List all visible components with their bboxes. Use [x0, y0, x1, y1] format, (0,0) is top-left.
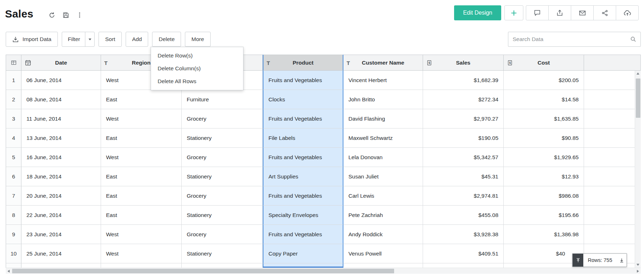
scroll-to-bottom-button[interactable]	[617, 254, 627, 267]
cell-sales[interactable]: $455.08	[423, 206, 504, 225]
cell-cost[interactable]: $195.66	[504, 206, 584, 225]
cell-sales[interactable]: $5,342.57	[423, 148, 504, 167]
edit-design-button[interactable]: Edit Design	[454, 5, 501, 20]
cell-cost[interactable]: $90.85	[504, 128, 584, 148]
cell-date[interactable]: 08 June, 2014	[21, 90, 101, 109]
row-number[interactable]: 2	[6, 90, 21, 109]
select-all-cell[interactable]	[6, 55, 21, 71]
cell-region[interactable]: West	[101, 148, 182, 167]
cell-product[interactable]: Clocks	[263, 90, 343, 109]
cell-product[interactable]: Fruits and Vegetables	[263, 148, 343, 167]
cell-product[interactable]: File Labels	[263, 128, 343, 148]
cell-product[interactable]: Art Supplies	[263, 167, 343, 186]
column-header-product[interactable]: T Product	[263, 55, 343, 71]
row-number[interactable]: 7	[6, 186, 21, 206]
cell-cost[interactable]: $14.58	[504, 90, 584, 109]
menu-item-delete-all-rows[interactable]: Delete All Rows	[151, 75, 243, 88]
cell-category[interactable]: Stationery	[182, 206, 263, 225]
cell-product[interactable]: Fruits and Vegetables	[263, 109, 343, 128]
cell-category[interactable]: Grocery	[182, 225, 263, 244]
cell-customer-name[interactable]: John Britto	[343, 90, 423, 109]
cell-sales[interactable]: $190.05	[423, 128, 504, 148]
column-header-date[interactable]: 17 Date	[21, 55, 101, 71]
row-number[interactable]: 4	[6, 128, 21, 148]
cell-sales[interactable]: $2,974.81	[423, 186, 504, 206]
share-button[interactable]	[593, 5, 616, 20]
column-header-sales[interactable]: $ Sales	[423, 55, 504, 71]
cell-region[interactable]: West	[101, 244, 182, 263]
cell-sales[interactable]: $45.31	[423, 167, 504, 186]
cell-date[interactable]: 25 June, 2014	[21, 244, 101, 263]
search-input[interactable]	[508, 36, 630, 42]
cell-sales[interactable]: $2,970.27	[423, 109, 504, 128]
menu-item-delete-columns[interactable]: Delete Column(s)	[151, 62, 243, 75]
cell-customer-name[interactable]: Andy Roddick	[343, 225, 423, 244]
filter-button[interactable]: Filter	[62, 32, 95, 47]
row-number[interactable]: 5	[6, 148, 21, 167]
vertical-scrollbar[interactable]	[635, 71, 641, 268]
cell-product[interactable]: Specialty Envelopes	[263, 206, 343, 225]
cell-customer-name[interactable]: Venus Powell	[343, 244, 423, 263]
horizontal-scrollbar[interactable]	[6, 268, 641, 274]
cell-date[interactable]: 06 June, 2014	[21, 71, 101, 90]
cell-product[interactable]: Fruits and Vegetables	[263, 225, 343, 244]
cell-customer-name[interactable]: Maxwell Schwartz	[343, 128, 423, 148]
cell-cost[interactable]: $40	[504, 244, 584, 263]
cell-sales[interactable]: $3,928.38	[423, 225, 504, 244]
cell-region[interactable]: West	[101, 109, 182, 128]
cell-region[interactable]: East	[101, 128, 182, 148]
cell-category[interactable]: Stationery	[182, 244, 263, 263]
sort-button[interactable]: Sort	[99, 32, 121, 47]
vertical-scroll-thumb[interactable]	[636, 79, 640, 118]
cell-cost[interactable]: $986.08	[504, 186, 584, 206]
cell-date[interactable]: 18 June, 2014	[21, 167, 101, 186]
cloud-upload-button[interactable]	[616, 5, 639, 20]
add-button[interactable]: Add	[126, 32, 149, 47]
refresh-button[interactable]	[49, 12, 55, 19]
scroll-down-button[interactable]	[635, 262, 641, 268]
cell-region[interactable]: East	[101, 90, 182, 109]
more-button[interactable]: More	[185, 32, 210, 47]
cell-customer-name[interactable]: Pete Zachriah	[343, 206, 423, 225]
cell-date[interactable]: 20 June, 2014	[21, 186, 101, 206]
cell-region[interactable]: East	[101, 206, 182, 225]
cell-category[interactable]: Stationery	[182, 128, 263, 148]
scroll-up-button[interactable]	[635, 71, 641, 76]
scroll-right-button[interactable]	[635, 268, 641, 274]
import-data-button[interactable]: Import Data	[6, 32, 58, 47]
menu-item-delete-rows[interactable]: Delete Row(s)	[151, 49, 243, 62]
save-button[interactable]	[62, 12, 69, 19]
cell-product[interactable]: Copy Paper	[263, 244, 343, 263]
cell-sales[interactable]: $1,682.39	[423, 71, 504, 90]
cell-category[interactable]: Stationery	[182, 167, 263, 186]
cell-cost[interactable]: $12.93	[504, 167, 584, 186]
cell-cost[interactable]: $1,386.98	[504, 225, 584, 244]
comment-button[interactable]	[526, 5, 549, 20]
cell-sales[interactable]: $272.34	[423, 90, 504, 109]
column-header-customer-name[interactable]: T Customer Name	[343, 55, 423, 71]
column-header-cost[interactable]: $ Cost	[504, 55, 584, 71]
cell-region[interactable]: West	[101, 225, 182, 244]
cell-region[interactable]: East	[101, 186, 182, 206]
cell-date[interactable]: 16 June, 2014	[21, 148, 101, 167]
cell-region[interactable]: East	[101, 167, 182, 186]
row-number[interactable]: 10	[6, 244, 21, 263]
cell-category[interactable]: Grocery	[182, 186, 263, 206]
cell-category[interactable]: Grocery	[182, 109, 263, 128]
add-new-button[interactable]	[504, 5, 523, 20]
cell-sales[interactable]: $409.51	[423, 244, 504, 263]
cell-date[interactable]: 22 June, 2014	[21, 206, 101, 225]
cell-customer-name[interactable]: Susan Juliet	[343, 167, 423, 186]
filter-dropdown-toggle[interactable]	[85, 32, 94, 46]
cell-date[interactable]: 11 June, 2014	[21, 109, 101, 128]
row-number[interactable]: 9	[6, 225, 21, 244]
cell-date[interactable]: 13 June, 2014	[21, 128, 101, 148]
cell-product[interactable]: Fruits and Vegetables	[263, 186, 343, 206]
horizontal-scroll-thumb[interactable]	[12, 269, 394, 273]
scroll-to-top-button[interactable]	[573, 254, 583, 267]
cell-customer-name[interactable]: David Flashing	[343, 109, 423, 128]
cell-cost[interactable]: $1,635.85	[504, 109, 584, 128]
row-number[interactable]: 6	[6, 167, 21, 186]
cell-customer-name[interactable]: Vincent Herbert	[343, 71, 423, 90]
cell-category[interactable]: Furniture	[182, 90, 263, 109]
